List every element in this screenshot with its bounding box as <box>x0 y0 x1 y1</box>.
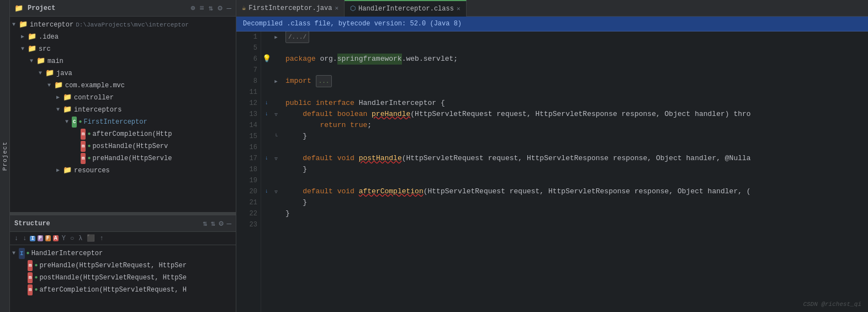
sort2-icon[interactable]: ⇅ <box>211 219 215 228</box>
gutter-mark-20[interactable]: ↓ <box>261 186 272 197</box>
project-side-tab[interactable]: Project <box>0 0 10 312</box>
arrow-icon: ▼ <box>12 248 19 259</box>
method-params2: (HttpServletRequest request, HttpServlet… <box>402 153 751 164</box>
expand2-icon[interactable]: ⬛ <box>86 234 96 243</box>
tree-item-main[interactable]: ▼ 📁 main <box>10 55 236 67</box>
sort-alpha-icon[interactable]: ↓ <box>13 234 19 243</box>
tab-handler-interceptor[interactable]: ⬡ HandlerInterceptor.class ✕ <box>345 0 466 17</box>
tree-item-interceptor[interactable]: ▼ 📁 interceptor D:\JavaProjects\mvc\inte… <box>10 19 236 31</box>
keyword-import: import <box>285 76 311 87</box>
structure-panel: Structure ⇅ ⇅ ⚙ — ↓ ↓ I P F A Y ○ λ ⬛ ↑ … <box>10 215 236 312</box>
sort-type-icon[interactable]: ↓ <box>22 234 28 243</box>
open-brace: { <box>441 98 445 109</box>
lambda-icon[interactable]: λ <box>77 234 83 243</box>
settings-gear-icon[interactable]: ⚙ <box>218 3 222 13</box>
gutter-mark-8 <box>261 76 272 87</box>
fold-20[interactable]: ▽ <box>272 186 280 197</box>
btn-f-icon[interactable]: F <box>45 235 51 241</box>
fold-19 <box>272 175 280 186</box>
tab-close-button[interactable]: ✕ <box>457 5 461 12</box>
tab-label: FirstInterceptor.java <box>248 4 332 12</box>
tree-item-resources[interactable]: ▶ 📁 resources <box>10 165 236 177</box>
structure-header: Structure ⇅ ⇅ ⚙ — <box>10 215 236 232</box>
structure-item-after-completion[interactable]: m ● afterCompletion(HttpServletRequest, … <box>10 284 236 296</box>
keyword-default2: default <box>303 153 333 164</box>
code-line-12: public interface HandlerInterceptor { <box>285 98 862 109</box>
tree-item-com-example-mvc[interactable]: ▼ 📁 com.example.mvc <box>10 80 236 92</box>
tree-item-first-interceptor[interactable]: ▼ C ● FirstInterceptor <box>10 116 236 128</box>
up-icon[interactable]: ↑ <box>98 234 104 243</box>
gutter-mark-6[interactable]: 💡 <box>261 54 272 65</box>
tree-item-src[interactable]: ▼ 📁 src <box>10 43 236 55</box>
settings-gear-icon[interactable]: ⚙ <box>219 219 223 228</box>
add-content-icon[interactable]: ⊕ <box>190 3 195 13</box>
keyword-interface: interface <box>316 98 354 109</box>
tree-item-controller[interactable]: ▶ 📁 controller <box>10 92 236 104</box>
fold-17[interactable]: ▽ <box>272 153 280 164</box>
line-num-8: 8 <box>236 76 261 87</box>
fold-22 <box>272 208 280 219</box>
folder-icon: 📁 <box>19 19 28 30</box>
filter-icon[interactable]: Y <box>61 234 67 243</box>
info-icon: I <box>19 248 25 259</box>
tree-item-pre-handle[interactable]: m ● preHandle(HttpServle <box>10 152 236 165</box>
tab-first-interceptor[interactable]: ☕ FirstInterceptor.java ✕ <box>236 0 345 17</box>
structure-item-post-handle[interactable]: m ● postHandle(HttpServletRequest, HttpS… <box>10 272 236 284</box>
arrow-icon: ▼ <box>39 68 45 79</box>
tab-close-button[interactable]: ✕ <box>335 4 338 12</box>
method-m-icon: m <box>28 284 33 295</box>
gutter-mark-12[interactable]: ↓ <box>261 98 272 109</box>
code-line-14: return true ; <box>285 120 862 131</box>
arrow-icon: ▼ <box>47 80 54 91</box>
sort-icon[interactable]: ⇅ <box>203 219 207 228</box>
import-fold-token[interactable]: ... <box>316 75 332 87</box>
keyword-boolean: boolean <box>337 109 368 120</box>
fold-arrow-icon: ▶ <box>274 78 277 84</box>
collapse-all-icon[interactable]: ≡ <box>199 4 204 13</box>
line-num-13: 13 <box>236 109 261 120</box>
minimize-icon[interactable]: — <box>227 219 231 228</box>
structure-title: Structure <box>14 220 199 228</box>
tree-item-idea[interactable]: ▶ 📁 .idea <box>10 31 236 43</box>
line-num-11: 11 <box>236 87 261 98</box>
btn-i-icon[interactable]: I <box>30 236 35 241</box>
structure-content: ▼ I ● HandlerInterceptor m ● preHandle(H… <box>10 245 236 312</box>
fold-1[interactable]: ▶ <box>272 31 280 43</box>
minimize-icon[interactable]: — <box>227 4 231 13</box>
structure-item-label: postHandle(HttpServletRequest, HttpSe <box>39 272 186 283</box>
tree-item-label: src <box>39 44 51 55</box>
gutter-mark-13[interactable]: ↓ <box>261 109 272 120</box>
folder-icon: 📁 <box>36 56 45 67</box>
fold-arrow-icon: ▽ <box>274 189 277 195</box>
method-m-icon: m <box>28 272 33 283</box>
semicolon: ; <box>453 54 458 65</box>
watermark: CSDN @richest_qi <box>803 301 861 308</box>
fold-8[interactable]: ▶ <box>272 76 280 87</box>
structure-item-handler-interceptor[interactable]: ▼ I ● HandlerInterceptor <box>10 247 236 260</box>
fold-token-1[interactable]: /.../ <box>285 31 309 43</box>
structure-item-pre-handle[interactable]: m ● preHandle(HttpServletRequest, HttpSe… <box>10 260 236 272</box>
folder-icon: 📁 <box>14 4 23 13</box>
btn-p-icon[interactable]: P <box>38 235 43 241</box>
circle-icon[interactable]: ○ <box>69 234 75 243</box>
package-rest: .web.servlet <box>402 54 454 65</box>
tree-item-post-handle[interactable]: m ● postHandle(HttpServ <box>10 140 236 152</box>
tree-item-interceptors[interactable]: ▼ 📁 interceptors <box>10 104 236 116</box>
gutter-mark-1 <box>261 31 272 43</box>
tree-item-after-completion[interactable]: m ● afterCompletion(Http <box>10 128 236 140</box>
expand-icon[interactable]: ⇅ <box>209 3 213 13</box>
class-file-icon: ⬡ <box>350 4 356 13</box>
gutter-mark-17[interactable]: ↓ <box>261 153 272 164</box>
code-line-8: import ... <box>285 76 862 87</box>
btn-a-icon[interactable]: A <box>53 235 59 241</box>
line-num-22: 22 <box>236 208 261 219</box>
space <box>311 76 316 87</box>
tree-item-label: interceptor <box>30 19 73 30</box>
gutter-mark-16 <box>261 142 272 153</box>
tree-item-java[interactable]: ▼ 📁 java <box>10 67 236 80</box>
line-num-17: 17 <box>236 153 261 164</box>
line-num-1: 1 <box>236 31 261 43</box>
line-num-6: 6 <box>236 54 261 65</box>
close-brace3: } <box>303 197 307 208</box>
fold-13[interactable]: ▽ <box>272 109 280 120</box>
